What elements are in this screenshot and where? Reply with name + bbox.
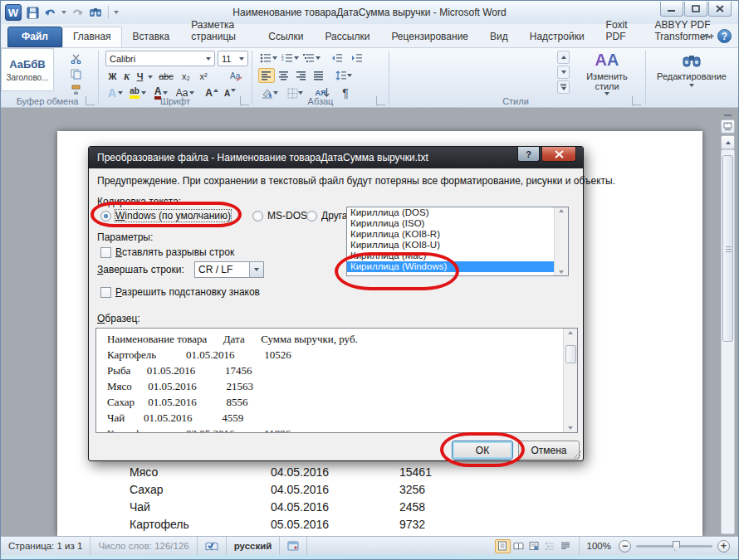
bold-button[interactable]: Ж [105, 69, 120, 84]
encoding-list-item[interactable]: Кириллица (DOS) [347, 207, 555, 218]
word-logo-icon[interactable]: W [5, 4, 22, 21]
styles-scroll-up-icon[interactable] [557, 51, 570, 64]
view-web-layout-button[interactable] [526, 539, 542, 553]
dialog-resize-grip[interactable] [573, 450, 581, 459]
encoding-list-item[interactable]: Кириллица (Mac) [347, 251, 555, 261]
view-fullscreen-reading-button[interactable] [511, 539, 526, 553]
samplebox-scroll-down-icon[interactable] [568, 426, 573, 430]
line-spacing-button[interactable] [333, 68, 355, 83]
split-handle[interactable] [721, 114, 735, 118]
insert-line-breaks-checkbox[interactable]: Вставлять разрывы строк [100, 246, 234, 258]
view-draft-button[interactable] [558, 539, 574, 553]
help-icon[interactable]: ? [717, 29, 732, 43]
font-size-combobox[interactable]: 11 [218, 51, 248, 66]
ribbon-tab[interactable]: Надстройки [519, 27, 595, 47]
language-indicator[interactable]: русский [227, 537, 281, 555]
undo-dropdown-icon[interactable] [61, 11, 66, 14]
zoom-level[interactable]: 100% [579, 537, 619, 555]
dialog-help-button[interactable]: ? [517, 147, 540, 162]
change-styles-icon: АА [595, 51, 619, 70]
ok-button[interactable]: ОК [452, 441, 513, 460]
font-dialog-launcher[interactable] [240, 96, 249, 105]
encoding-listbox[interactable]: Кириллица (DOS)Кириллица (ISO)Кириллица … [346, 207, 569, 276]
align-left-button[interactable] [258, 68, 275, 83]
find-icon[interactable] [88, 5, 103, 20]
page-count[interactable]: Страница: 1 из 1 [1, 537, 91, 555]
underline-button[interactable]: Ч [134, 69, 146, 84]
styles-dialog-launcher[interactable] [632, 96, 641, 105]
ribbon-tab[interactable]: Файл [7, 27, 62, 47]
paragraph-dialog-launcher[interactable] [376, 96, 385, 105]
align-center-button[interactable] [276, 68, 292, 83]
align-right-button[interactable] [293, 68, 310, 83]
radio-msdos[interactable]: MS-DOS [252, 210, 307, 222]
word-count[interactable]: Число слов: 126/126 [91, 537, 197, 555]
copy-icon[interactable] [67, 67, 84, 81]
styles-more-icon[interactable] [557, 80, 570, 94]
ribbon-tab[interactable]: Разметка страницы [180, 15, 257, 47]
ribbon-tab[interactable]: Foxit PDF [595, 15, 644, 47]
samplebox-scroll-up-icon[interactable] [568, 331, 573, 334]
ribbon-tab[interactable]: Рецензирование [380, 27, 479, 47]
styles-scroll-down-icon[interactable] [557, 66, 570, 79]
ribbon-tab[interactable]: Ссылки [257, 27, 314, 47]
view-outline-button[interactable] [542, 539, 558, 553]
macro-record-icon[interactable] [280, 537, 307, 555]
decrease-indent-icon[interactable] [328, 51, 346, 66]
style-card[interactable]: АаБбВ Заголово... [1, 48, 54, 91]
ribbon-tab[interactable]: Вставка [122, 27, 181, 47]
scroll-up-icon[interactable] [721, 135, 735, 149]
scrollbar-thumb[interactable] [722, 155, 733, 342]
samplebox-scroll-thumb[interactable] [565, 345, 576, 363]
superscript-button[interactable]: x² [195, 69, 212, 84]
numbering-button[interactable]: 12 [280, 51, 300, 66]
proofing-status[interactable] [198, 537, 227, 555]
zoom-out-button[interactable]: − [619, 540, 631, 553]
line-ending-combobox[interactable]: CR / LF [194, 261, 264, 278]
dialog-title-bar[interactable]: Преобразование файла - Наименование това… [89, 147, 583, 168]
cancel-button[interactable]: Отмена [518, 441, 580, 460]
dialog-close-button[interactable] [541, 147, 576, 162]
encoding-list-item[interactable]: Кириллица (KOI8-U) [347, 240, 555, 251]
ribbon-tab[interactable]: Вид [479, 27, 519, 47]
save-icon[interactable] [25, 5, 40, 20]
view-print-layout-button[interactable] [495, 539, 511, 553]
strikethrough-button[interactable]: abc [155, 69, 177, 84]
change-styles-button[interactable]: АА Изменить стили [575, 50, 639, 101]
radio-windows-default[interactable]: Windows (по умолчанию) [100, 210, 231, 222]
zoom-slider[interactable] [636, 545, 712, 548]
undo-icon[interactable] [43, 5, 58, 20]
ribbon-tab[interactable]: Рассылки [315, 27, 381, 47]
line-ending-dropdown-icon[interactable] [249, 262, 263, 277]
encoding-list-item[interactable]: Кириллица (Windows) [347, 261, 555, 272]
sample-preview-box[interactable]: Наименование товара Дата Сумма выручки, … [95, 328, 578, 433]
editing-button[interactable]: Редактирование [650, 50, 733, 101]
zoom-in-button[interactable]: + [717, 540, 730, 553]
clipboard-dialog-launcher[interactable] [86, 96, 95, 105]
clear-formatting-icon[interactable]: Aa [227, 69, 245, 84]
listbox-scroll-down-icon[interactable] [559, 270, 564, 274]
ribbon-tab[interactable]: Главная [62, 27, 122, 47]
listbox-scrollbar[interactable] [554, 207, 568, 275]
bullets-button[interactable] [258, 51, 278, 66]
italic-button[interactable]: К [120, 69, 133, 84]
scrollbar-track[interactable] [721, 149, 735, 534]
ruler-toggle-icon[interactable] [721, 119, 735, 134]
increase-indent-icon[interactable] [348, 51, 366, 66]
qat-customize-icon[interactable] [114, 11, 119, 14]
multilevel-list-button[interactable] [301, 51, 321, 66]
encoding-list-item[interactable]: Кириллица (KOI8-R) [347, 229, 555, 240]
justify-button[interactable] [311, 68, 327, 83]
encoding-list-item[interactable]: Кириллица (ISO) [347, 218, 555, 229]
minimize-ribbon-icon[interactable] [701, 33, 711, 40]
listbox-scroll-up-icon[interactable] [559, 209, 564, 212]
doc-date: 04.05.2016 [271, 465, 399, 483]
allow-substitution-checkbox[interactable]: Разрешить подстановку знаков [100, 286, 260, 298]
format-painter-icon[interactable] [67, 83, 84, 97]
font-name-combobox[interactable]: Calibri [105, 51, 215, 66]
samplebox-scrollbar[interactable] [563, 329, 577, 432]
cut-icon[interactable] [67, 51, 84, 66]
radio-msdos-label: MS-DOS [267, 210, 307, 222]
underline-dropdown-icon[interactable] [148, 75, 153, 79]
subscript-button[interactable]: x₂ [178, 69, 194, 84]
